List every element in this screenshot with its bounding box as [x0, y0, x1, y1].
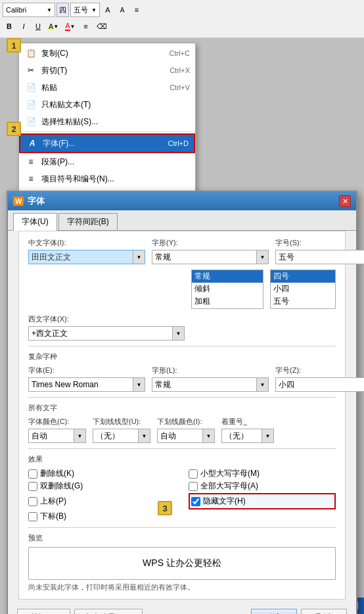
- all-caps-checkbox[interactable]: [189, 482, 198, 491]
- size-item-small4[interactable]: 小四: [271, 283, 335, 295]
- underline-color-control[interactable]: 自动 ▼: [157, 429, 215, 443]
- font-color-field: 字体颜色(C): 自动 ▼: [28, 417, 86, 443]
- preview-note: 尚未安装此字体，打印时将采用最相近的有效字体。: [28, 582, 336, 592]
- all-text-title: 所有文字: [28, 403, 336, 413]
- chinese-font-dropdown[interactable]: ▼: [133, 250, 145, 264]
- mixed-font-title: 复杂字种: [28, 352, 336, 362]
- menu-item-selective-paste[interactable]: 📄 选择性粘贴(S)...: [19, 113, 195, 130]
- listbox-wrapper: 常规 倾斜 加粗 四号 小四 五号: [28, 270, 336, 309]
- style-item-regular[interactable]: 常规: [192, 270, 263, 283]
- font-style-input[interactable]: ▼: [152, 250, 269, 264]
- font-color-dropdown[interactable]: ▼: [70, 24, 76, 30]
- highlight-dropdown[interactable]: ▼: [53, 24, 58, 30]
- effects-title: 效果: [28, 454, 336, 464]
- font-shrink-btn[interactable]: A: [116, 3, 129, 16]
- mixed-size-input[interactable]: ▼: [275, 377, 364, 392]
- size-item-4[interactable]: 四号: [271, 270, 335, 283]
- subscript-label: 下标(B): [40, 511, 66, 522]
- menu-item-paragraph[interactable]: ≡ 段落(P)...: [19, 153, 195, 170]
- font-name-dropdown[interactable]: ▼: [47, 7, 52, 13]
- font-dialog: W 字体 ✕ 字体(U) 字符间距(B) 中文字体(I): ▼: [7, 191, 357, 614]
- dialog-title: W 字体: [13, 195, 45, 207]
- btn-cancel[interactable]: 取消: [301, 609, 347, 614]
- style-item-italic[interactable]: 倾斜: [192, 283, 263, 295]
- mixed-size-field[interactable]: [276, 378, 364, 391]
- western-font-field[interactable]: [29, 327, 172, 340]
- chinese-font-field[interactable]: [29, 250, 133, 264]
- italic-btn[interactable]: I: [17, 20, 30, 33]
- mixed-font-input[interactable]: ▼: [28, 377, 145, 392]
- checkbox-all-caps[interactable]: 全部大写字母(A): [189, 481, 336, 492]
- font-style-field[interactable]: [152, 250, 256, 264]
- style-listbox[interactable]: 常规 倾斜 加粗: [191, 270, 263, 309]
- emphasis-dropdown[interactable]: ▼: [262, 429, 273, 442]
- font-name-box[interactable]: Calibri ▼: [3, 3, 55, 17]
- font-size-dropdown[interactable]: ▼: [91, 7, 97, 13]
- subscript-checkbox[interactable]: [28, 512, 37, 521]
- mixed-style-field[interactable]: [152, 378, 256, 391]
- mixed-font-field[interactable]: [29, 378, 133, 391]
- strikethrough-checkbox[interactable]: [28, 469, 37, 479]
- align-btn[interactable]: ≡: [80, 20, 93, 33]
- font-size-input[interactable]: ▼: [275, 250, 364, 264]
- mixed-style-input[interactable]: ▼: [152, 377, 269, 392]
- font-color-dropdown[interactable]: ▼: [74, 429, 85, 442]
- tab-char-spacing[interactable]: 字符间距(B): [58, 213, 118, 230]
- btn-ok[interactable]: 确定: [251, 609, 297, 614]
- menu-item-font[interactable]: A 字体(F)... Ctrl+D: [19, 133, 195, 153]
- underline-btn[interactable]: U: [32, 20, 45, 33]
- menu-item-copy[interactable]: 📋 复制(C) Ctrl+C: [19, 45, 195, 62]
- menu-item-cut[interactable]: ✂ 剪切(T) Ctrl+X: [19, 62, 195, 79]
- size-item-5[interactable]: 五号: [271, 295, 335, 308]
- western-font-input[interactable]: ▼: [28, 326, 185, 341]
- underline-type-control[interactable]: （无） ▼: [93, 429, 150, 443]
- font-style-dropdown[interactable]: ▼: [256, 250, 268, 264]
- chinese-font-input[interactable]: ▼: [28, 250, 145, 264]
- dialog-titlebar: W 字体 ✕: [8, 192, 356, 210]
- menu-item-paste-text[interactable]: 📄 只粘贴文本(T): [19, 96, 195, 113]
- menu-item-bullets[interactable]: ≡ 项目符号和编号(N)...: [19, 170, 195, 187]
- mixed-size-label: 字号(Z):: [275, 366, 364, 375]
- underline-color-value: 自动: [158, 431, 202, 442]
- highlight-btn[interactable]: A ▼: [46, 20, 61, 33]
- underline-type-dropdown[interactable]: ▼: [138, 429, 150, 442]
- shortcut-paste: Ctrl+V: [170, 83, 190, 91]
- bold-btn[interactable]: B: [3, 20, 16, 33]
- superscript-checkbox[interactable]: [28, 497, 37, 506]
- mixed-font-group: 字体(E): ▼: [28, 366, 145, 392]
- font-color-value: 自动: [29, 431, 74, 442]
- style-item-bold[interactable]: 加粗: [192, 295, 263, 308]
- checkbox-superscript[interactable]: 上标(P): [28, 493, 175, 509]
- tab-font[interactable]: 字体(U): [13, 213, 57, 231]
- underline-color-dropdown[interactable]: ▼: [202, 429, 214, 442]
- format-btn[interactable]: ≡: [130, 3, 143, 16]
- checkbox-hidden[interactable]: 隐藏文字(H): [189, 493, 336, 509]
- font-style-group: 字形(Y): ▼: [152, 238, 269, 264]
- font-size-box[interactable]: 五号 ▼: [70, 3, 100, 17]
- size-listbox-group: 四号 小四 五号: [270, 270, 336, 309]
- font-grow-btn[interactable]: A: [101, 3, 114, 16]
- mixed-font-dropdown[interactable]: ▼: [133, 378, 145, 391]
- font-size-field[interactable]: [276, 250, 364, 264]
- menu-label-paragraph: 段落(P)...: [41, 156, 177, 168]
- checkbox-double-strike[interactable]: 双删除线(G): [28, 481, 175, 492]
- dialog-close-btn[interactable]: ✕: [339, 195, 351, 207]
- western-font-dropdown[interactable]: ▼: [172, 327, 184, 340]
- checkbox-small-caps[interactable]: 小型大写字母(M): [189, 468, 336, 479]
- double-strike-checkbox[interactable]: [28, 482, 37, 491]
- menu-item-paste[interactable]: 📄 粘贴 Ctrl+V: [19, 79, 195, 96]
- size-listbox[interactable]: 四号 小四 五号: [270, 270, 336, 309]
- btn-text-effects[interactable]: 文本效果(E)...: [74, 609, 143, 614]
- checkbox-subscript[interactable]: 下标(B): [28, 511, 175, 522]
- btn-default[interactable]: 默认(D)...: [17, 609, 70, 614]
- menu-label-bullets: 项目符号和编号(N)...: [41, 174, 177, 185]
- checkbox-strikethrough[interactable]: 删除线(K): [28, 468, 175, 479]
- font-main-row: 中文字体(I): ▼ 字形(Y): ▼ 字号(S):: [28, 238, 336, 264]
- clear-format-btn[interactable]: ⌫: [94, 20, 110, 33]
- font-color-control[interactable]: 自动 ▼: [28, 429, 86, 443]
- hidden-checkbox[interactable]: [191, 497, 200, 506]
- emphasis-control[interactable]: （无） ▼: [221, 429, 274, 443]
- small-caps-checkbox[interactable]: [189, 469, 198, 479]
- mixed-style-dropdown[interactable]: ▼: [256, 378, 268, 391]
- font-color-btn[interactable]: A ▼: [62, 20, 78, 33]
